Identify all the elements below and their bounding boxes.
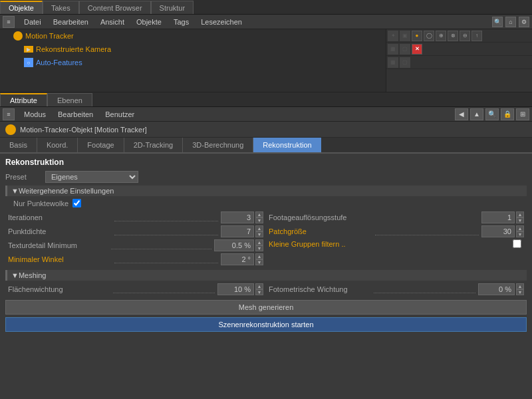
attr-btn-up[interactable]: ▲ bbox=[470, 108, 483, 120]
minimaler-winkel-up[interactable]: ▲ bbox=[255, 253, 263, 259]
footage-aufl-arrows: ▲ ▼ bbox=[516, 211, 524, 223]
list-item-autofeatures[interactable]: ○ Auto-Features bbox=[0, 56, 386, 69]
left-col: Iterationen ▲ ▼ Punktdichte ▲ bbox=[8, 211, 263, 267]
fotometrwichtung-down[interactable]: ▼ bbox=[516, 289, 524, 295]
toolbar-icon-12[interactable]: ▢ bbox=[400, 57, 410, 68]
toolbar-row-1: ✦ ▣ ● ◯ ⊕ ⊗ ⊖ ↑ bbox=[386, 29, 532, 43]
tab-attribute[interactable]: Attribute bbox=[0, 93, 47, 106]
footage-aufl-input: ▲ ▼ bbox=[481, 211, 524, 223]
fotometrwichtung-value[interactable] bbox=[478, 283, 515, 295]
szenenrekonstruktion-button[interactable]: Szenenrekonstruktion starten bbox=[5, 317, 527, 332]
flaechenwichtung-value[interactable] bbox=[217, 283, 254, 295]
app-icon: ≡ bbox=[3, 16, 15, 28]
toolbar-icon-10[interactable]: ▢ bbox=[400, 44, 410, 55]
fotometrwichtung-up[interactable]: ▲ bbox=[516, 283, 524, 289]
inner-tab-koord[interactable]: Koord. bbox=[37, 138, 78, 152]
iterationen-up[interactable]: ▲ bbox=[255, 211, 263, 217]
texturdetail-up[interactable]: ▲ bbox=[255, 239, 263, 245]
list-item-motion-tracker[interactable]: Motion Tracker bbox=[0, 29, 386, 43]
kleine-gruppen-checkbox[interactable] bbox=[513, 239, 521, 248]
object-list-main: Motion Tracker ▶ Rekonstruierte Kamera ○… bbox=[0, 29, 386, 92]
toolbar-icon-3[interactable]: ● bbox=[412, 31, 422, 41]
texturdetail-value[interactable] bbox=[214, 239, 254, 251]
toolbar-icon-block[interactable]: ✕ bbox=[412, 44, 422, 55]
iterationen-down[interactable]: ▼ bbox=[255, 217, 263, 223]
attr-btn-lock[interactable]: 🔒 bbox=[501, 108, 514, 120]
nur-punktewolke-checkbox[interactable] bbox=[72, 199, 81, 207]
right-col: Footageauflösungsstufe ▲ ▼ Patchgröße ▲ bbox=[269, 211, 524, 267]
toolbar-icon-8[interactable]: ↑ bbox=[471, 31, 482, 41]
preset-label: Preset bbox=[5, 173, 45, 181]
toolbar-icon-6[interactable]: ⊗ bbox=[448, 31, 458, 41]
tab-struktur[interactable]: Struktur bbox=[151, 1, 194, 14]
menu-right-icons: 🔍 ⌂ ⚙ bbox=[492, 17, 529, 27]
flaechenwichtung-row: Flächenwichtung ▲ ▼ bbox=[8, 283, 263, 295]
patchgroesse-down[interactable]: ▼ bbox=[516, 231, 524, 237]
menu-tags[interactable]: Tags bbox=[168, 17, 194, 27]
inner-tab-3d-berechnung[interactable]: 3D-Berechnung bbox=[183, 138, 253, 152]
menu-lesezeichen[interactable]: Lesezeichen bbox=[196, 17, 247, 27]
attr-menu-modus[interactable]: Modus bbox=[19, 109, 51, 120]
toolbar-icon-4[interactable]: ◯ bbox=[424, 31, 434, 41]
toolbar-icon-1[interactable]: ✦ bbox=[388, 31, 398, 41]
settings-icon[interactable]: ⚙ bbox=[519, 17, 529, 27]
tab-ebenen[interactable]: Ebenen bbox=[47, 93, 92, 106]
meshing-header[interactable]: ▼ Meshing bbox=[5, 270, 527, 281]
search-icon[interactable]: 🔍 bbox=[492, 17, 503, 27]
attr-btn-left[interactable]: ◀ bbox=[455, 108, 468, 120]
attr-btn-search[interactable]: 🔍 bbox=[485, 108, 499, 120]
toolbar-icon-11[interactable]: ▦ bbox=[388, 57, 398, 68]
tab-objekte[interactable]: Objekte bbox=[0, 1, 43, 14]
inner-tab-basis[interactable]: Basis bbox=[0, 138, 37, 152]
attr-btn-settings[interactable]: ⊞ bbox=[516, 108, 529, 120]
inner-tab-2d-tracking[interactable]: 2D-Tracking bbox=[124, 138, 184, 152]
toolbar-icon-5[interactable]: ⊕ bbox=[436, 31, 446, 41]
toolbar-icon-2[interactable]: ▣ bbox=[400, 31, 410, 41]
fotometrwichtung-arrows: ▲ ▼ bbox=[516, 283, 524, 295]
flaechenwichtung-down[interactable]: ▼ bbox=[255, 289, 263, 295]
iterationen-input: ▲ ▼ bbox=[221, 211, 263, 223]
texturdetail-dots bbox=[111, 249, 211, 249]
minimaler-winkel-down[interactable]: ▼ bbox=[255, 259, 263, 265]
weitergehende-title: Weitergehende Einstellungen bbox=[19, 187, 114, 195]
punktdichte-up[interactable]: ▲ bbox=[255, 225, 263, 231]
texturdetail-label: Texturdetail Minimum bbox=[8, 241, 108, 249]
mesh-generieren-button[interactable]: Mesh generieren bbox=[5, 300, 527, 315]
menu-datei[interactable]: Datei bbox=[19, 17, 47, 27]
patchgroesse-value[interactable] bbox=[481, 225, 515, 237]
tab-takes[interactable]: Takes bbox=[43, 1, 79, 14]
attr-menu-bearbeiten[interactable]: Bearbeiten bbox=[53, 109, 98, 120]
home-icon[interactable]: ⌂ bbox=[505, 17, 516, 27]
menu-objekte[interactable]: Objekte bbox=[131, 17, 167, 27]
menu-ansicht[interactable]: Ansicht bbox=[95, 17, 130, 27]
two-col-section: Iterationen ▲ ▼ Punktdichte ▲ bbox=[5, 211, 527, 267]
punktdichte-down[interactable]: ▼ bbox=[255, 231, 263, 237]
minimaler-winkel-input: ▲ ▼ bbox=[221, 253, 263, 265]
toolbar-icon-7[interactable]: ⊖ bbox=[460, 31, 470, 41]
list-item-kamera[interactable]: ▶ Rekonstruierte Kamera bbox=[0, 43, 386, 56]
tab-content-browser[interactable]: Content Browser bbox=[79, 1, 151, 14]
preset-select[interactable]: Eigenes bbox=[45, 171, 138, 183]
punktdichte-row: Punktdichte ▲ ▼ bbox=[8, 225, 263, 237]
inner-tab-rekonstruktion[interactable]: Rekonstruktion bbox=[253, 138, 321, 152]
toolbar-icon-9[interactable]: ▦ bbox=[388, 44, 398, 55]
footage-aufl-value[interactable] bbox=[481, 211, 515, 223]
iterationen-row: Iterationen ▲ ▼ bbox=[8, 211, 263, 223]
attr-menu-benutzer[interactable]: Benutzer bbox=[100, 109, 140, 120]
flaechenwichtung-up[interactable]: ▲ bbox=[255, 283, 263, 289]
footage-aufl-row: Footageauflösungsstufe ▲ ▼ bbox=[269, 211, 524, 223]
meshing-right-col: Fotometrische Wichtung ▲ ▼ bbox=[269, 283, 524, 297]
iterationen-value[interactable] bbox=[221, 211, 254, 223]
texturdetail-down[interactable]: ▼ bbox=[255, 245, 263, 251]
toolbar-row-2: ▦ ▢ ✕ bbox=[386, 43, 532, 56]
menu-bearbeiten[interactable]: Bearbeiten bbox=[48, 17, 94, 27]
minimaler-winkel-value[interactable] bbox=[221, 253, 254, 265]
title-icon bbox=[5, 124, 16, 135]
punktdichte-value[interactable] bbox=[221, 225, 254, 237]
patchgroesse-up[interactable]: ▲ bbox=[516, 225, 524, 231]
weitergehende-header[interactable]: ▼ Weitergehende Einstellungen bbox=[5, 186, 527, 196]
weitergehende-arrow: ▼ bbox=[11, 187, 19, 195]
inner-tab-footage[interactable]: Footage bbox=[78, 138, 124, 152]
footage-aufl-up[interactable]: ▲ bbox=[516, 211, 524, 217]
footage-aufl-down[interactable]: ▼ bbox=[516, 217, 524, 223]
